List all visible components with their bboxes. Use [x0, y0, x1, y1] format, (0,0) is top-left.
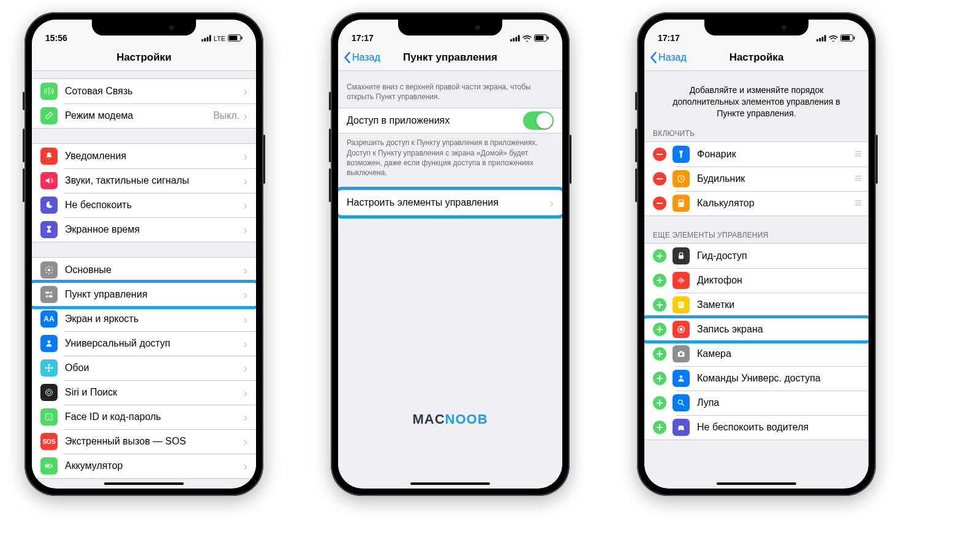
home-indicator[interactable]	[717, 482, 796, 485]
control-row-driving[interactable]: Не беспокоить водителя	[644, 415, 869, 440]
svg-rect-53	[678, 301, 684, 308]
remove-button[interactable]	[653, 197, 666, 210]
settings-row-battery[interactable]: Аккумулятор›	[32, 454, 256, 478]
svg-rect-33	[816, 39, 818, 41]
remove-button[interactable]	[653, 172, 666, 186]
nav-bar: Назад Пункт управления	[338, 44, 562, 71]
svg-rect-0	[202, 39, 203, 41]
settings-row-hotspot[interactable]: Режим модемаВыкл.›	[32, 103, 256, 128]
control-row-a11y-shortcut[interactable]: Команды Универс. доступа	[644, 366, 869, 391]
drag-handle-icon[interactable]: ≡	[854, 171, 860, 186]
add-button[interactable]	[653, 274, 666, 287]
add-button[interactable]	[653, 298, 666, 312]
settings-row-faceid[interactable]: Face ID и код-пароль›	[32, 405, 256, 429]
svg-point-21	[47, 416, 48, 416]
svg-rect-36	[824, 35, 826, 41]
control-row-guided[interactable]: Гид-доступ	[644, 244, 869, 268]
wifi-icon	[522, 35, 532, 43]
gear-icon	[40, 261, 58, 279]
add-button[interactable]	[653, 249, 666, 263]
section-header: ВКЛЮЧИТЬ	[644, 126, 869, 141]
svg-rect-3	[209, 35, 211, 41]
svg-point-7	[48, 269, 50, 271]
control-row-notes[interactable]: Заметки	[644, 293, 869, 317]
battery-icon	[534, 34, 549, 43]
control-row-camera[interactable]: Камера	[644, 342, 869, 366]
row-label: Универсальный доступ	[65, 338, 243, 349]
nav-title: Настройка	[729, 51, 784, 64]
row-label: Не беспокоить	[65, 200, 243, 211]
svg-rect-34	[819, 38, 821, 42]
control-row-magnifier[interactable]: Лупа	[644, 391, 869, 415]
svg-rect-6	[241, 37, 243, 40]
control-row-flashlight[interactable]: Фонарик≡	[644, 142, 869, 167]
svg-point-65	[680, 375, 683, 378]
settings-row-sounds[interactable]: Звуки, тактильные сигналы›	[32, 168, 256, 193]
link-icon	[40, 107, 58, 124]
back-button[interactable]: Назад	[343, 51, 380, 64]
settings-row-display[interactable]: AAЭкран и яркость›	[32, 307, 256, 331]
control-row-screen-record[interactable]: Запись экрана	[644, 317, 869, 342]
face-icon	[40, 408, 58, 425]
chevron-icon: ›	[243, 337, 247, 350]
svg-point-13	[48, 367, 50, 369]
settings-row-siri[interactable]: Siri и Поиск›	[32, 380, 256, 405]
person-icon	[40, 335, 58, 352]
customize-controls-row[interactable]: Настроить элементы управления ›	[338, 190, 562, 215]
add-button[interactable]	[653, 347, 666, 361]
back-label: Назад	[352, 52, 380, 63]
record-icon	[673, 321, 690, 338]
signal-icon	[816, 35, 826, 43]
lock-icon	[673, 247, 690, 264]
notch	[92, 20, 196, 36]
back-button[interactable]: Назад	[649, 51, 687, 64]
car-icon	[673, 419, 690, 436]
add-button[interactable]	[653, 323, 666, 336]
svg-rect-10	[48, 295, 53, 297]
svg-rect-39	[854, 37, 855, 40]
customize-list[interactable]: Добавляйте и изменяйте порядок дополните…	[644, 71, 869, 489]
settings-row-notifications[interactable]: Уведомления›	[32, 144, 256, 168]
control-row-voice-memos[interactable]: Диктофон	[644, 268, 869, 293]
settings-row-sos[interactable]: SOSЭкстренный вызов — SOS›	[32, 429, 256, 454]
home-indicator[interactable]	[104, 482, 184, 485]
settings-row-cellular[interactable]: Сотовая Связь›	[32, 79, 256, 103]
svg-point-17	[51, 367, 53, 369]
settings-row-accessibility[interactable]: Универсальный доступ›	[32, 331, 256, 356]
svg-rect-40	[657, 154, 663, 155]
svg-point-22	[50, 416, 50, 416]
add-button[interactable]	[653, 421, 666, 434]
settings-row-dnd[interactable]: Не беспокоить›	[32, 193, 256, 217]
settings-row-control-center[interactable]: Пункт управления›	[32, 282, 256, 307]
svg-rect-47	[657, 255, 663, 257]
chevron-icon: ›	[243, 199, 247, 211]
settings-row-screentime[interactable]: Экранное время›	[32, 217, 256, 242]
add-button[interactable]	[653, 372, 666, 385]
row-label: Экран и яркость	[65, 313, 243, 324]
chevron-icon: ›	[243, 174, 247, 187]
svg-rect-8	[45, 291, 50, 293]
row-label: Лупа	[697, 397, 860, 408]
notch	[704, 20, 809, 36]
toggle-switch[interactable]	[523, 111, 554, 130]
svg-point-61	[680, 353, 683, 356]
svg-point-11	[46, 295, 48, 297]
row-label: Основные	[65, 264, 243, 276]
settings-row-wallpaper[interactable]: Обои›	[32, 356, 256, 380]
control-row-calculator[interactable]: Калькулятор≡	[644, 191, 869, 216]
content: Смахните вниз с верхней правой части экр…	[338, 71, 562, 489]
nav-title: Пункт управления	[403, 51, 497, 64]
settings-list[interactable]: Сотовая Связь›Режим модемаВыкл.›Уведомле…	[32, 71, 256, 489]
footer-text: Разрешить доступ к Пункту управления в п…	[338, 133, 562, 179]
home-indicator[interactable]	[410, 482, 490, 485]
access-in-apps-row[interactable]: Доступ в приложениях	[338, 108, 562, 133]
control-row-alarm[interactable]: Будильник≡	[644, 167, 869, 191]
phone-settings-main: 15:56 LTE Настройки Сотовая Связь›Режим …	[24, 12, 263, 496]
drag-handle-icon[interactable]: ≡	[854, 147, 860, 161]
chevron-icon: ›	[243, 411, 247, 423]
remove-button[interactable]	[653, 148, 666, 161]
svg-rect-52	[657, 304, 663, 305]
add-button[interactable]	[653, 396, 666, 410]
settings-row-general[interactable]: Основные›	[32, 258, 256, 282]
drag-handle-icon[interactable]: ≡	[854, 196, 860, 210]
